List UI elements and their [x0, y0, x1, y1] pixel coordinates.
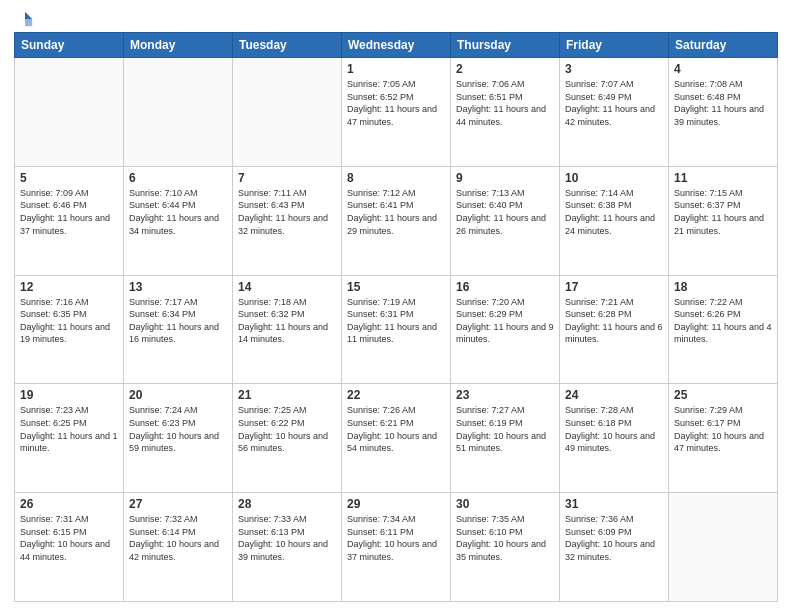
calendar-cell	[124, 58, 233, 167]
day-info: Sunrise: 7:25 AM Sunset: 6:22 PM Dayligh…	[238, 404, 336, 454]
day-info: Sunrise: 7:15 AM Sunset: 6:37 PM Dayligh…	[674, 187, 772, 237]
day-info: Sunrise: 7:11 AM Sunset: 6:43 PM Dayligh…	[238, 187, 336, 237]
day-info: Sunrise: 7:22 AM Sunset: 6:26 PM Dayligh…	[674, 296, 772, 346]
calendar-cell: 18Sunrise: 7:22 AM Sunset: 6:26 PM Dayli…	[669, 275, 778, 384]
day-number: 23	[456, 388, 554, 402]
calendar-week-4: 19Sunrise: 7:23 AM Sunset: 6:25 PM Dayli…	[15, 384, 778, 493]
day-number: 5	[20, 171, 118, 185]
calendar-cell: 23Sunrise: 7:27 AM Sunset: 6:19 PM Dayli…	[451, 384, 560, 493]
day-number: 24	[565, 388, 663, 402]
day-number: 3	[565, 62, 663, 76]
svg-marker-1	[25, 19, 32, 26]
day-info: Sunrise: 7:24 AM Sunset: 6:23 PM Dayligh…	[129, 404, 227, 454]
calendar-cell: 5Sunrise: 7:09 AM Sunset: 6:46 PM Daylig…	[15, 166, 124, 275]
day-number: 12	[20, 280, 118, 294]
day-info: Sunrise: 7:16 AM Sunset: 6:35 PM Dayligh…	[20, 296, 118, 346]
calendar-header-monday: Monday	[124, 33, 233, 58]
day-info: Sunrise: 7:26 AM Sunset: 6:21 PM Dayligh…	[347, 404, 445, 454]
logo	[14, 10, 34, 24]
header	[14, 10, 778, 24]
day-number: 14	[238, 280, 336, 294]
calendar-cell: 11Sunrise: 7:15 AM Sunset: 6:37 PM Dayli…	[669, 166, 778, 275]
day-info: Sunrise: 7:19 AM Sunset: 6:31 PM Dayligh…	[347, 296, 445, 346]
day-info: Sunrise: 7:06 AM Sunset: 6:51 PM Dayligh…	[456, 78, 554, 128]
day-number: 10	[565, 171, 663, 185]
calendar-cell: 1Sunrise: 7:05 AM Sunset: 6:52 PM Daylig…	[342, 58, 451, 167]
day-number: 2	[456, 62, 554, 76]
calendar-header-row: SundayMondayTuesdayWednesdayThursdayFrid…	[15, 33, 778, 58]
calendar-cell: 19Sunrise: 7:23 AM Sunset: 6:25 PM Dayli…	[15, 384, 124, 493]
calendar-cell: 15Sunrise: 7:19 AM Sunset: 6:31 PM Dayli…	[342, 275, 451, 384]
calendar-header-sunday: Sunday	[15, 33, 124, 58]
day-number: 15	[347, 280, 445, 294]
calendar-header-tuesday: Tuesday	[233, 33, 342, 58]
calendar-cell: 9Sunrise: 7:13 AM Sunset: 6:40 PM Daylig…	[451, 166, 560, 275]
calendar-cell: 28Sunrise: 7:33 AM Sunset: 6:13 PM Dayli…	[233, 493, 342, 602]
calendar-cell: 2Sunrise: 7:06 AM Sunset: 6:51 PM Daylig…	[451, 58, 560, 167]
day-info: Sunrise: 7:18 AM Sunset: 6:32 PM Dayligh…	[238, 296, 336, 346]
day-info: Sunrise: 7:12 AM Sunset: 6:41 PM Dayligh…	[347, 187, 445, 237]
day-number: 6	[129, 171, 227, 185]
calendar-cell: 3Sunrise: 7:07 AM Sunset: 6:49 PM Daylig…	[560, 58, 669, 167]
day-number: 31	[565, 497, 663, 511]
calendar-cell	[15, 58, 124, 167]
calendar-header-friday: Friday	[560, 33, 669, 58]
calendar-week-1: 1Sunrise: 7:05 AM Sunset: 6:52 PM Daylig…	[15, 58, 778, 167]
day-info: Sunrise: 7:21 AM Sunset: 6:28 PM Dayligh…	[565, 296, 663, 346]
day-info: Sunrise: 7:17 AM Sunset: 6:34 PM Dayligh…	[129, 296, 227, 346]
day-info: Sunrise: 7:35 AM Sunset: 6:10 PM Dayligh…	[456, 513, 554, 563]
day-number: 18	[674, 280, 772, 294]
calendar-header-wednesday: Wednesday	[342, 33, 451, 58]
calendar-cell: 13Sunrise: 7:17 AM Sunset: 6:34 PM Dayli…	[124, 275, 233, 384]
calendar-week-2: 5Sunrise: 7:09 AM Sunset: 6:46 PM Daylig…	[15, 166, 778, 275]
day-number: 22	[347, 388, 445, 402]
day-number: 8	[347, 171, 445, 185]
calendar-cell: 17Sunrise: 7:21 AM Sunset: 6:28 PM Dayli…	[560, 275, 669, 384]
day-info: Sunrise: 7:08 AM Sunset: 6:48 PM Dayligh…	[674, 78, 772, 128]
day-number: 11	[674, 171, 772, 185]
calendar-cell: 25Sunrise: 7:29 AM Sunset: 6:17 PM Dayli…	[669, 384, 778, 493]
day-info: Sunrise: 7:32 AM Sunset: 6:14 PM Dayligh…	[129, 513, 227, 563]
day-info: Sunrise: 7:34 AM Sunset: 6:11 PM Dayligh…	[347, 513, 445, 563]
day-info: Sunrise: 7:13 AM Sunset: 6:40 PM Dayligh…	[456, 187, 554, 237]
calendar-cell: 29Sunrise: 7:34 AM Sunset: 6:11 PM Dayli…	[342, 493, 451, 602]
day-info: Sunrise: 7:36 AM Sunset: 6:09 PM Dayligh…	[565, 513, 663, 563]
calendar-cell: 14Sunrise: 7:18 AM Sunset: 6:32 PM Dayli…	[233, 275, 342, 384]
day-number: 25	[674, 388, 772, 402]
day-info: Sunrise: 7:29 AM Sunset: 6:17 PM Dayligh…	[674, 404, 772, 454]
calendar-cell: 7Sunrise: 7:11 AM Sunset: 6:43 PM Daylig…	[233, 166, 342, 275]
day-number: 21	[238, 388, 336, 402]
calendar-week-5: 26Sunrise: 7:31 AM Sunset: 6:15 PM Dayli…	[15, 493, 778, 602]
calendar-week-3: 12Sunrise: 7:16 AM Sunset: 6:35 PM Dayli…	[15, 275, 778, 384]
day-number: 19	[20, 388, 118, 402]
day-number: 16	[456, 280, 554, 294]
svg-marker-0	[25, 12, 32, 19]
day-info: Sunrise: 7:33 AM Sunset: 6:13 PM Dayligh…	[238, 513, 336, 563]
calendar-cell: 27Sunrise: 7:32 AM Sunset: 6:14 PM Dayli…	[124, 493, 233, 602]
day-number: 30	[456, 497, 554, 511]
day-number: 4	[674, 62, 772, 76]
calendar-cell: 6Sunrise: 7:10 AM Sunset: 6:44 PM Daylig…	[124, 166, 233, 275]
day-info: Sunrise: 7:07 AM Sunset: 6:49 PM Dayligh…	[565, 78, 663, 128]
day-number: 9	[456, 171, 554, 185]
calendar-cell: 10Sunrise: 7:14 AM Sunset: 6:38 PM Dayli…	[560, 166, 669, 275]
day-info: Sunrise: 7:10 AM Sunset: 6:44 PM Dayligh…	[129, 187, 227, 237]
calendar-cell: 31Sunrise: 7:36 AM Sunset: 6:09 PM Dayli…	[560, 493, 669, 602]
day-number: 13	[129, 280, 227, 294]
calendar-cell: 26Sunrise: 7:31 AM Sunset: 6:15 PM Dayli…	[15, 493, 124, 602]
calendar-cell: 16Sunrise: 7:20 AM Sunset: 6:29 PM Dayli…	[451, 275, 560, 384]
day-info: Sunrise: 7:27 AM Sunset: 6:19 PM Dayligh…	[456, 404, 554, 454]
day-number: 27	[129, 497, 227, 511]
calendar-cell: 30Sunrise: 7:35 AM Sunset: 6:10 PM Dayli…	[451, 493, 560, 602]
day-number: 29	[347, 497, 445, 511]
day-number: 20	[129, 388, 227, 402]
calendar-cell	[669, 493, 778, 602]
calendar-cell: 24Sunrise: 7:28 AM Sunset: 6:18 PM Dayli…	[560, 384, 669, 493]
logo-icon	[16, 10, 34, 28]
calendar-cell	[233, 58, 342, 167]
calendar-cell: 22Sunrise: 7:26 AM Sunset: 6:21 PM Dayli…	[342, 384, 451, 493]
calendar-cell: 20Sunrise: 7:24 AM Sunset: 6:23 PM Dayli…	[124, 384, 233, 493]
calendar-header-thursday: Thursday	[451, 33, 560, 58]
day-info: Sunrise: 7:09 AM Sunset: 6:46 PM Dayligh…	[20, 187, 118, 237]
day-info: Sunrise: 7:28 AM Sunset: 6:18 PM Dayligh…	[565, 404, 663, 454]
